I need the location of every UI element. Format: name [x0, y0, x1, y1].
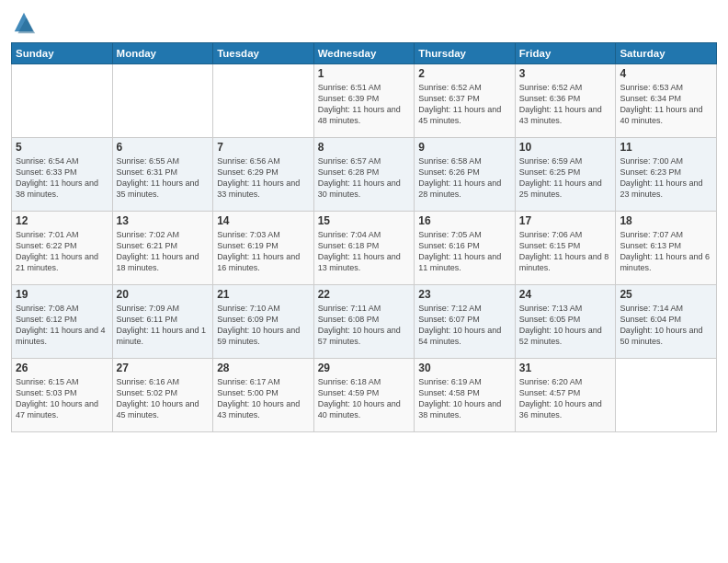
- calendar-cell: 12Sunrise: 7:01 AMSunset: 6:22 PMDayligh…: [12, 212, 113, 285]
- day-info: Sunrise: 7:09 AMSunset: 6:11 PMDaylight:…: [117, 303, 210, 348]
- day-info: Sunrise: 6:52 AMSunset: 6:36 PMDaylight:…: [519, 82, 612, 127]
- day-number: 7: [217, 141, 310, 154]
- day-info: Sunrise: 6:56 AMSunset: 6:29 PMDaylight:…: [217, 155, 310, 201]
- calendar-cell: 3Sunrise: 6:52 AMSunset: 6:36 PMDaylight…: [515, 64, 616, 138]
- week-row-2: 5Sunrise: 6:54 AMSunset: 6:33 PMDaylight…: [12, 138, 717, 212]
- day-number: 13: [117, 214, 210, 227]
- calendar-cell: 9Sunrise: 6:58 AMSunset: 6:26 PMDaylight…: [415, 138, 516, 212]
- day-info: Sunrise: 6:54 AMSunset: 6:33 PMDaylight:…: [16, 155, 108, 201]
- calendar-cell: 24Sunrise: 7:13 AMSunset: 6:05 PMDayligh…: [515, 285, 616, 359]
- day-number: 22: [318, 288, 411, 301]
- logo-icon: [11, 9, 37, 35]
- day-number: 27: [117, 362, 210, 374]
- weekday-header-sunday: Sunday: [12, 43, 113, 64]
- calendar-cell: 25Sunrise: 7:14 AMSunset: 6:04 PMDayligh…: [616, 285, 717, 359]
- day-info: Sunrise: 7:02 AMSunset: 6:21 PMDaylight:…: [117, 229, 210, 274]
- day-info: Sunrise: 6:19 AMSunset: 4:58 PMDaylight:…: [418, 376, 511, 421]
- calendar-cell: 19Sunrise: 7:08 AMSunset: 6:12 PMDayligh…: [12, 285, 113, 359]
- calendar-cell: 16Sunrise: 7:05 AMSunset: 6:16 PMDayligh…: [415, 212, 516, 285]
- week-row-3: 12Sunrise: 7:01 AMSunset: 6:22 PMDayligh…: [12, 212, 717, 285]
- day-number: 15: [318, 214, 411, 227]
- day-info: Sunrise: 6:52 AMSunset: 6:37 PMDaylight:…: [418, 82, 511, 127]
- day-number: 8: [318, 141, 411, 154]
- day-number: 30: [418, 362, 511, 374]
- calendar-cell: 8Sunrise: 6:57 AMSunset: 6:28 PMDaylight…: [313, 138, 415, 212]
- day-info: Sunrise: 6:57 AMSunset: 6:28 PMDaylight:…: [318, 155, 411, 201]
- day-number: 6: [117, 141, 210, 154]
- calendar-cell: 2Sunrise: 6:52 AMSunset: 6:37 PMDaylight…: [415, 64, 516, 138]
- calendar-cell: [213, 64, 314, 138]
- weekday-header-monday: Monday: [112, 43, 213, 64]
- day-number: 24: [519, 288, 612, 301]
- day-info: Sunrise: 6:16 AMSunset: 5:02 PMDaylight:…: [117, 376, 210, 421]
- calendar-cell: 14Sunrise: 7:03 AMSunset: 6:19 PMDayligh…: [213, 212, 314, 285]
- day-number: 21: [217, 288, 310, 301]
- day-number: 25: [620, 288, 712, 301]
- day-info: Sunrise: 7:08 AMSunset: 6:12 PMDaylight:…: [16, 303, 108, 348]
- calendar-cell: 13Sunrise: 7:02 AMSunset: 6:21 PMDayligh…: [112, 212, 213, 285]
- day-number: 5: [16, 141, 108, 154]
- page-container: SundayMondayTuesdayWednesdayThursdayFrid…: [0, 0, 728, 440]
- day-info: Sunrise: 7:00 AMSunset: 6:23 PMDaylight:…: [620, 155, 712, 201]
- calendar-cell: 1Sunrise: 6:51 AMSunset: 6:39 PMDaylight…: [313, 64, 415, 138]
- day-number: 28: [217, 362, 310, 374]
- calendar-cell: 15Sunrise: 7:04 AMSunset: 6:18 PMDayligh…: [313, 212, 415, 285]
- day-info: Sunrise: 6:20 AMSunset: 4:57 PMDaylight:…: [519, 376, 612, 421]
- day-info: Sunrise: 6:15 AMSunset: 5:03 PMDaylight:…: [16, 376, 108, 421]
- day-number: 3: [519, 67, 612, 80]
- day-number: 1: [318, 67, 411, 80]
- day-number: 18: [620, 214, 712, 227]
- calendar-cell: 22Sunrise: 7:11 AMSunset: 6:08 PMDayligh…: [313, 285, 415, 359]
- calendar-cell: 27Sunrise: 6:16 AMSunset: 5:02 PMDayligh…: [112, 359, 213, 432]
- weekday-header-tuesday: Tuesday: [213, 43, 314, 64]
- calendar-cell: 31Sunrise: 6:20 AMSunset: 4:57 PMDayligh…: [515, 359, 616, 432]
- calendar-cell: 7Sunrise: 6:56 AMSunset: 6:29 PMDaylight…: [213, 138, 314, 212]
- week-row-5: 26Sunrise: 6:15 AMSunset: 5:03 PMDayligh…: [12, 359, 717, 432]
- day-info: Sunrise: 7:10 AMSunset: 6:09 PMDaylight:…: [217, 303, 310, 348]
- day-info: Sunrise: 6:59 AMSunset: 6:25 PMDaylight:…: [519, 155, 612, 201]
- day-info: Sunrise: 6:18 AMSunset: 4:59 PMDaylight:…: [318, 376, 411, 421]
- day-number: 17: [519, 214, 612, 227]
- weekday-header-thursday: Thursday: [415, 43, 516, 64]
- calendar-cell: 17Sunrise: 7:06 AMSunset: 6:15 PMDayligh…: [515, 212, 616, 285]
- calendar-cell: 4Sunrise: 6:53 AMSunset: 6:34 PMDaylight…: [616, 64, 717, 138]
- calendar-table: SundayMondayTuesdayWednesdayThursdayFrid…: [11, 42, 717, 432]
- week-row-4: 19Sunrise: 7:08 AMSunset: 6:12 PMDayligh…: [12, 285, 717, 359]
- calendar-cell: 29Sunrise: 6:18 AMSunset: 4:59 PMDayligh…: [313, 359, 415, 432]
- day-number: 10: [519, 141, 612, 154]
- day-number: 20: [117, 288, 210, 301]
- day-info: Sunrise: 7:14 AMSunset: 6:04 PMDaylight:…: [620, 303, 712, 348]
- calendar-cell: 11Sunrise: 7:00 AMSunset: 6:23 PMDayligh…: [616, 138, 717, 212]
- day-number: 19: [16, 288, 108, 301]
- day-number: 29: [318, 362, 411, 374]
- calendar-cell: 10Sunrise: 6:59 AMSunset: 6:25 PMDayligh…: [515, 138, 616, 212]
- weekday-header-wednesday: Wednesday: [313, 43, 415, 64]
- calendar-cell: 20Sunrise: 7:09 AMSunset: 6:11 PMDayligh…: [112, 285, 213, 359]
- day-number: 23: [418, 288, 511, 301]
- calendar-cell: 28Sunrise: 6:17 AMSunset: 5:00 PMDayligh…: [213, 359, 314, 432]
- day-number: 31: [519, 362, 612, 374]
- day-info: Sunrise: 7:11 AMSunset: 6:08 PMDaylight:…: [318, 303, 411, 348]
- calendar-cell: 21Sunrise: 7:10 AMSunset: 6:09 PMDayligh…: [213, 285, 314, 359]
- weekday-header-friday: Friday: [515, 43, 616, 64]
- calendar-cell: 18Sunrise: 7:07 AMSunset: 6:13 PMDayligh…: [616, 212, 717, 285]
- day-info: Sunrise: 7:03 AMSunset: 6:19 PMDaylight:…: [217, 229, 310, 274]
- day-number: 12: [16, 214, 108, 227]
- day-number: 26: [16, 362, 108, 374]
- weekday-header-saturday: Saturday: [616, 43, 717, 64]
- page-header: [11, 9, 717, 35]
- day-number: 9: [418, 141, 511, 154]
- calendar-cell: [12, 64, 113, 138]
- day-number: 2: [418, 67, 511, 80]
- day-info: Sunrise: 6:53 AMSunset: 6:34 PMDaylight:…: [620, 82, 712, 127]
- calendar-cell: 5Sunrise: 6:54 AMSunset: 6:33 PMDaylight…: [12, 138, 113, 212]
- day-number: 14: [217, 214, 310, 227]
- day-info: Sunrise: 6:51 AMSunset: 6:39 PMDaylight:…: [318, 82, 411, 127]
- day-info: Sunrise: 7:06 AMSunset: 6:15 PMDaylight:…: [519, 229, 612, 274]
- day-info: Sunrise: 6:58 AMSunset: 6:26 PMDaylight:…: [418, 155, 511, 201]
- calendar-cell: [112, 64, 213, 138]
- weekday-header-row: SundayMondayTuesdayWednesdayThursdayFrid…: [12, 43, 717, 64]
- day-info: Sunrise: 7:01 AMSunset: 6:22 PMDaylight:…: [16, 229, 108, 274]
- calendar-cell: 23Sunrise: 7:12 AMSunset: 6:07 PMDayligh…: [415, 285, 516, 359]
- day-info: Sunrise: 7:13 AMSunset: 6:05 PMDaylight:…: [519, 303, 612, 348]
